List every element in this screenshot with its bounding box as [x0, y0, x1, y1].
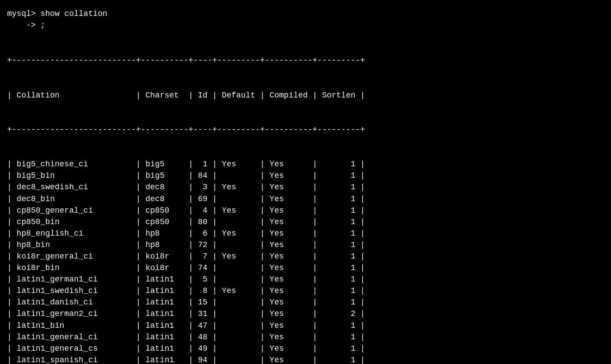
- table-row: | latin1_german2_ci | latin1 | 31 | | Ye…: [7, 308, 604, 319]
- table-row: | koi8r_bin | koi8r | 74 | | Yes | 1 |: [7, 262, 604, 274]
- table-row: | latin1_german1_ci | latin1 | 5 | | Yes…: [7, 274, 604, 285]
- table-row: | big5_bin | big5 | 84 | | Yes | 1 |: [7, 170, 604, 181]
- table-row: | latin1_bin | latin1 | 47 | | Yes | 1 |: [7, 320, 604, 331]
- separator-top: +--------------------------+----------+-…: [7, 55, 604, 66]
- table-rows: | big5_chinese_ci | big5 | 1 | Yes | Yes…: [7, 158, 604, 364]
- separator-header: +--------------------------+----------+-…: [7, 124, 604, 135]
- terminal-window: mysql> show collation -> ; +------------…: [0, 4, 611, 364]
- table-row: | dec8_swedish_ci | dec8 | 3 | Yes | Yes…: [7, 181, 604, 193]
- table-row: | latin1_general_ci | latin1 | 48 | | Ye…: [7, 331, 604, 343]
- table-row: | latin1_spanish_ci | latin1 | 94 | | Ye…: [7, 354, 604, 364]
- table-row: | latin1_swedish_ci | latin1 | 8 | Yes |…: [7, 285, 604, 296]
- table-row: | latin1_danish_ci | latin1 | 15 | | Yes…: [7, 296, 604, 308]
- prompt-line-1: mysql> show collation: [7, 8, 604, 19]
- table-row: | koi8r_general_ci | koi8r | 7 | Yes | Y…: [7, 251, 604, 262]
- table-row: | cp850_bin | cp850 | 80 | | Yes | 1 |: [7, 216, 604, 228]
- table-output: +--------------------------+----------+-…: [7, 32, 604, 364]
- prompt-line-2: -> ;: [7, 19, 604, 31]
- table-row: | hp8_bin | hp8 | 72 | | Yes | 1 |: [7, 239, 604, 251]
- table-row: | latin1_general_cs | latin1 | 49 | | Ye…: [7, 343, 604, 354]
- table-row: | hp8_english_ci | hp8 | 6 | Yes | Yes |…: [7, 228, 604, 239]
- table-row: | dec8_bin | dec8 | 69 | | Yes | 1 |: [7, 193, 604, 205]
- table-row: | big5_chinese_ci | big5 | 1 | Yes | Yes…: [7, 158, 604, 170]
- table-row: | cp850_general_ci | cp850 | 4 | Yes | Y…: [7, 205, 604, 216]
- table-header: | Collation | Charset | Id | Default | C…: [7, 90, 604, 101]
